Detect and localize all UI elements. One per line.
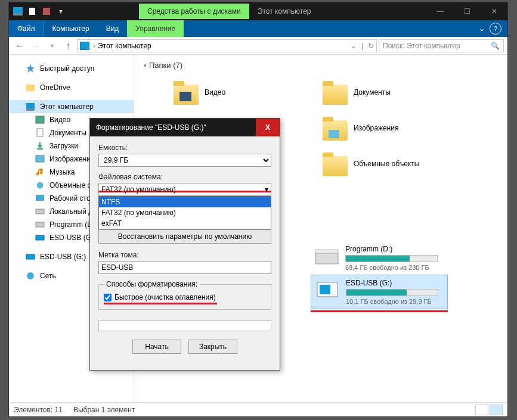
status-selected: Выбран 1 элемент [73, 406, 135, 414]
restore-defaults-button[interactable]: Восстановить параметры по умолчанию [98, 229, 271, 244]
svg-rect-13 [36, 222, 44, 227]
titlebar: ▾ Средства работы с дисками Этот компьют… [9, 2, 507, 20]
usb-icon [315, 279, 340, 300]
svg-rect-2 [29, 8, 35, 15]
svg-rect-1 [13, 14, 23, 15]
svg-rect-7 [26, 109, 35, 111]
filesystem-label: Файловая система: [98, 173, 271, 181]
sidebar-quick-access[interactable]: Быстрый доступ [9, 62, 134, 75]
drive-esd-usb[interactable]: ESD-USB (G:) 10,1 ГБ свободно из 29,9 ГБ [311, 275, 448, 309]
tab-file[interactable]: Файл [9, 20, 44, 37]
fs-option-exfat[interactable]: exFAT [99, 218, 271, 229]
capacity-bar [345, 255, 438, 262]
pc-icon [80, 42, 89, 50]
dialog-titlebar: Форматирование "ESD-USB (G:)" X [90, 119, 280, 136]
svg-rect-8 [36, 116, 44, 123]
hdd-icon [314, 245, 339, 266]
svg-rect-3 [43, 8, 50, 15]
svg-rect-18 [329, 130, 339, 138]
maximize-button[interactable]: ☐ [454, 2, 481, 20]
contextual-tab[interactable]: Средства работы с дисками [139, 4, 249, 19]
tab-manage[interactable]: Управление [127, 20, 184, 37]
drive-programm[interactable]: Programm (D:) 69,4 ГБ свободно из 230 ГБ [311, 241, 448, 275]
quick-format-checkbox[interactable] [104, 294, 112, 301]
svg-rect-22 [320, 285, 330, 294]
view-details-button[interactable] [475, 405, 488, 415]
svg-rect-14 [36, 235, 44, 240]
svg-point-16 [27, 272, 34, 279]
svg-marker-4 [26, 64, 35, 73]
drive-free: 69,4 ГБ свободно из 230 ГБ [345, 264, 444, 271]
start-button[interactable]: Начать [132, 340, 181, 354]
format-methods-group: Способы форматирования: Быстрое (очистка… [98, 280, 271, 310]
help-icon[interactable]: ? [490, 23, 501, 35]
sidebar-onedrive[interactable]: OneDrive [9, 81, 134, 94]
system-icon [11, 5, 24, 18]
tab-computer[interactable]: Компьютер [44, 20, 98, 37]
filesystem-select[interactable]: FAT32 (по умолчанию)▾ [98, 183, 271, 196]
chevron-down-icon: ▾ [265, 185, 268, 194]
nav-forward-button[interactable]: → [29, 39, 43, 53]
qa-dropdown-icon[interactable]: ▾ [54, 5, 67, 18]
methods-legend: Способы форматирования: [104, 280, 200, 288]
qa-props-icon[interactable] [40, 5, 53, 18]
quick-format-label: Быстрое (очистка оглавления) [114, 293, 216, 301]
ribbon: Файл Компьютер Вид Управление ⌄ ? [9, 20, 507, 37]
sidebar-this-pc[interactable]: Этот компьютер [9, 100, 134, 113]
ribbon-collapse-icon[interactable]: ⌄ [474, 24, 490, 33]
breadcrumb-dropdown-icon[interactable]: ⌄ [351, 42, 357, 50]
svg-rect-0 [13, 7, 23, 14]
svg-rect-15 [26, 254, 35, 259]
minimize-button[interactable]: — [427, 2, 454, 20]
capacity-bar [346, 289, 438, 296]
folder-documents[interactable]: Документы [293, 74, 442, 110]
capacity-label: Емкость: [98, 144, 271, 152]
nav-up-button[interactable]: ↑ [61, 39, 75, 53]
close-dialog-button[interactable]: Закрыть [188, 340, 237, 354]
drive-free: 10,1 ГБ свободно из 29,9 ГБ [346, 298, 444, 305]
svg-rect-10 [36, 155, 44, 162]
nav-history-icon[interactable]: ▾ [45, 39, 59, 53]
folder-pictures[interactable]: Изображения [293, 110, 442, 146]
breadcrumb-path: Этот компьютер [98, 42, 151, 50]
svg-rect-9 [37, 129, 43, 136]
svg-rect-12 [36, 209, 44, 214]
qa-pin-icon[interactable] [26, 5, 39, 18]
nav-back-button[interactable]: ← [13, 39, 27, 53]
svg-rect-11 [36, 195, 44, 201]
tab-view[interactable]: Вид [98, 20, 128, 37]
status-count: Элементов: 11 [14, 406, 63, 414]
svg-rect-20 [315, 250, 338, 253]
close-button[interactable]: ✕ [481, 2, 507, 20]
refresh-icon[interactable]: ↻ [368, 42, 374, 50]
drive-label: ESD-USB (G:) [346, 279, 444, 287]
fs-option-ntfs[interactable]: NTFS [99, 197, 271, 207]
search-icon: 🔍 [491, 42, 500, 50]
dialog-close-button[interactable]: X [256, 119, 280, 136]
dialog-title: Форматирование "ESD-USB (G:)" [96, 123, 206, 132]
svg-rect-5 [26, 85, 35, 91]
view-tiles-button[interactable] [490, 405, 503, 415]
folders-header[interactable]: ▾Папки (7) [144, 61, 498, 70]
svg-rect-17 [179, 92, 191, 101]
format-dialog: Форматирование "ESD-USB (G:)" X Емкость:… [89, 118, 280, 371]
volume-input[interactable] [98, 261, 271, 274]
annotation-underline [104, 303, 217, 304]
search-input[interactable]: Поиск: Этот компьютер 🔍 [379, 39, 504, 52]
fs-option-fat32[interactable]: FAT32 (по умолчанию) [99, 207, 271, 218]
capacity-select[interactable]: 29,9 ГБ [98, 154, 271, 167]
search-placeholder: Поиск: Этот компьютер [383, 42, 460, 50]
window-title: Этот компьютер [249, 4, 320, 19]
svg-rect-6 [26, 103, 35, 109]
drive-label: Programm (D:) [345, 245, 444, 253]
progress-bar [98, 321, 271, 331]
status-bar: Элементов: 11 Выбран 1 элемент [9, 402, 507, 416]
annotation-underline [311, 310, 448, 312]
filesystem-dropdown: NTFS FAT32 (по умолчанию) exFAT [98, 196, 271, 229]
folder-3d-objects[interactable]: Объемные объекты [293, 146, 442, 182]
address-bar: ← → ▾ ↑ › Этот компьютер ⌄|↻ Поиск: Этот… [9, 37, 507, 55]
breadcrumb[interactable]: › Этот компьютер ⌄|↻ [77, 39, 377, 52]
svg-rect-19 [315, 253, 338, 264]
folder-videos[interactable]: Видео [144, 74, 293, 110]
volume-label: Метка тома: [98, 251, 271, 259]
